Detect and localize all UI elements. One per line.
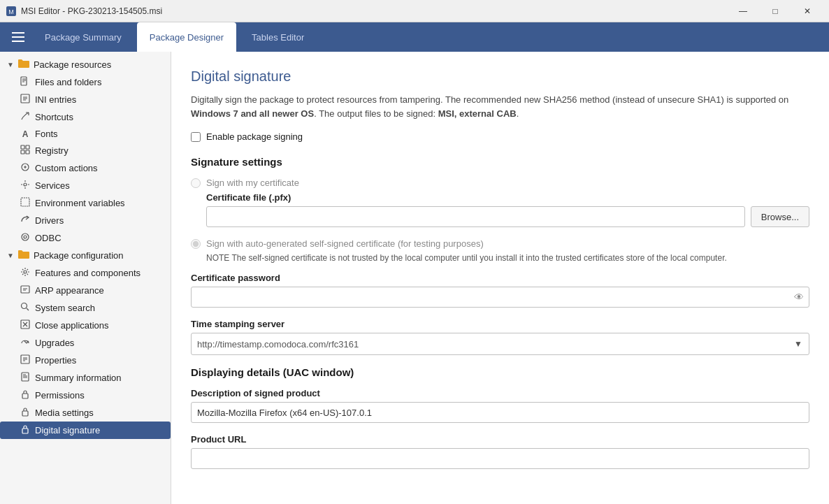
shortcuts-icon (20, 111, 31, 123)
files-icon (20, 76, 31, 88)
sidebar-item-fonts-label: Fonts (35, 129, 58, 139)
svg-rect-6 (21, 150, 24, 154)
timestamp-select[interactable]: http://timestamp.comodoca.com/rfc3161 (191, 333, 809, 355)
main-layout: ▼ Package resources Files and folders IN… (0, 52, 829, 504)
svg-rect-4 (21, 145, 24, 149)
sidebar-item-services[interactable]: Services (0, 177, 171, 194)
svg-point-11 (22, 233, 29, 240)
sign-my-cert-label[interactable]: Sign with my certificate (206, 178, 299, 188)
cert-password-row: 👁 (191, 287, 809, 308)
sidebar-item-media-settings[interactable]: Media settings (0, 404, 171, 422)
sidebar-group-package-resources[interactable]: ▼ Package resources (0, 56, 171, 73)
sidebar-item-close-apps[interactable]: Close applications (0, 317, 171, 334)
sidebar-item-arp-label: ARP appearance (35, 285, 104, 296)
sidebar-item-odbc[interactable]: ODBC (0, 229, 171, 247)
sign-my-cert-option: Sign with my certificate (191, 178, 809, 188)
cert-file-row: Browse... (206, 206, 809, 227)
maximize-button[interactable]: □ (759, 0, 791, 22)
sidebar-item-files-label: Files and folders (35, 77, 101, 87)
sidebar-group-package-config[interactable]: ▼ Package configuration (0, 247, 171, 264)
svg-rect-10 (21, 198, 29, 206)
sidebar-item-custom-actions-label: Custom actions (35, 163, 98, 173)
sidebar-item-upgrades-label: Upgrades (35, 338, 74, 348)
signature-settings-title: Signature settings (191, 156, 809, 168)
sign-my-cert-radio[interactable] (191, 178, 201, 188)
properties-icon (20, 354, 31, 366)
sidebar-item-media-settings-label: Media settings (35, 408, 94, 418)
product-url-input[interactable] (191, 448, 809, 469)
sidebar: ▼ Package resources Files and folders IN… (0, 52, 171, 504)
svg-rect-14 (21, 286, 29, 293)
cert-password-label: Certificate password (191, 273, 809, 283)
cert-password-input[interactable] (191, 287, 809, 308)
sidebar-item-custom-actions[interactable]: Custom actions (0, 159, 171, 177)
features-icon (20, 267, 31, 279)
sidebar-item-properties-label: Properties (35, 355, 76, 366)
sidebar-item-upgrades[interactable]: Upgrades (0, 334, 171, 352)
drivers-icon (20, 215, 31, 226)
upgrades-icon (20, 337, 31, 349)
media-settings-icon (20, 407, 31, 419)
sidebar-item-permissions-label: Permissions (35, 390, 85, 401)
services-icon (20, 180, 31, 192)
sidebar-item-ini[interactable]: INI entries (0, 91, 171, 108)
svg-point-9 (24, 183, 27, 186)
product-url-label: Product URL (191, 434, 809, 445)
close-button[interactable]: ✕ (791, 0, 823, 22)
sidebar-item-files-folders[interactable]: Files and folders (0, 73, 171, 91)
sidebar-item-features-label: Features and components (35, 268, 140, 278)
permissions-icon (20, 389, 31, 401)
system-search-icon (20, 302, 31, 314)
svg-point-15 (22, 303, 27, 309)
sidebar-item-odbc-label: ODBC (35, 233, 62, 243)
browse-button[interactable]: Browse... (751, 206, 809, 227)
sidebar-item-arp[interactable]: ARP appearance (0, 282, 171, 299)
hamburger-button[interactable] (7, 26, 29, 48)
sidebar-item-digital-signature[interactable]: Digital signature (0, 422, 171, 439)
tab-tables-editor[interactable]: Tables Editor (239, 22, 317, 52)
odbc-icon (20, 232, 31, 244)
sidebar-item-summary-info-label: Summary information (35, 373, 122, 383)
sidebar-item-permissions[interactable]: Permissions (0, 387, 171, 404)
sidebar-item-registry[interactable]: Registry (0, 142, 171, 159)
sidebar-item-features[interactable]: Features and components (0, 264, 171, 282)
sidebar-group-config-label: Package configuration (34, 250, 124, 261)
sign-auto-radio[interactable] (191, 239, 201, 249)
arp-icon (20, 285, 31, 296)
signed-product-input[interactable] (191, 402, 809, 423)
sidebar-section-package-resources: ▼ Package resources Files and folders IN… (0, 56, 171, 247)
tab-package-designer[interactable]: Package Designer (137, 22, 236, 52)
sidebar-item-summary-info[interactable]: Summary information (0, 369, 171, 387)
product-url-group: Product URL (191, 434, 809, 469)
cert-file-label: Certificate file (.pfx) (206, 192, 809, 203)
sidebar-item-system-search-label: System search (35, 303, 95, 313)
title-bar-controls: — □ ✕ (727, 0, 823, 22)
sidebar-item-env-vars[interactable]: Environment variables (0, 194, 171, 212)
digital-signature-icon (20, 424, 31, 436)
sidebar-item-shortcuts-label: Shortcuts (35, 112, 73, 122)
enable-signing-checkbox[interactable] (191, 132, 201, 142)
sidebar-item-properties[interactable]: Properties (0, 352, 171, 369)
eye-icon[interactable]: 👁 (794, 291, 804, 303)
svg-rect-18 (22, 373, 29, 381)
enable-signing-row: Enable package signing (191, 131, 809, 142)
sidebar-item-system-search[interactable]: System search (0, 299, 171, 317)
package-config-icon (18, 250, 29, 261)
hamburger-line-1 (12, 32, 24, 34)
minimize-button[interactable]: — (727, 0, 759, 22)
hamburger-line-3 (12, 41, 24, 42)
description: Digitally sign the package to protect re… (191, 93, 809, 120)
sidebar-item-ini-label: INI entries (35, 94, 76, 105)
sidebar-item-fonts[interactable]: A Fonts (0, 126, 171, 142)
env-vars-icon (20, 197, 31, 209)
sidebar-item-services-label: Services (35, 180, 70, 191)
svg-rect-20 (22, 411, 28, 416)
cert-file-input[interactable] (206, 206, 745, 227)
enable-signing-label[interactable]: Enable package signing (206, 131, 303, 142)
sidebar-item-drivers[interactable]: Drivers (0, 212, 171, 229)
sign-auto-label[interactable]: Sign with auto-generated self-signed cer… (206, 238, 484, 249)
close-apps-icon (20, 319, 31, 331)
tab-package-summary[interactable]: Package Summary (32, 22, 134, 52)
sidebar-item-shortcuts[interactable]: Shortcuts (0, 108, 171, 126)
svg-rect-7 (26, 150, 29, 154)
